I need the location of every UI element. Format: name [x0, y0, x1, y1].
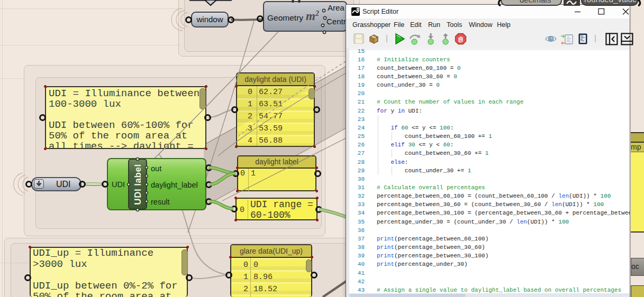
svg-text:8: 8: [357, 8, 359, 11]
